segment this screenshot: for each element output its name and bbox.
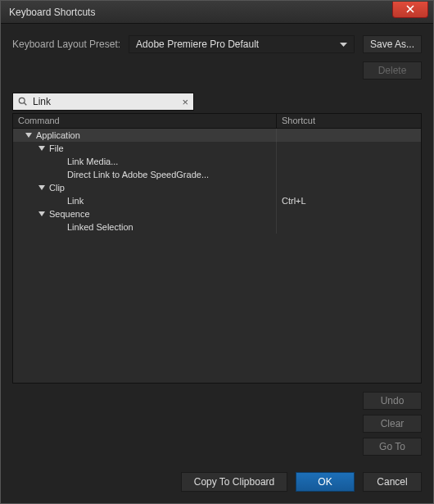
command-label: Linked Selection [67, 222, 133, 232]
shortcut-cell[interactable] [277, 168, 421, 181]
keyboard-shortcuts-dialog: Keyboard Shortcuts Keyboard Layout Prese… [0, 0, 434, 504]
command-cell: Linked Selection [13, 220, 277, 234]
table-row[interactable]: Linked Selection [13, 220, 421, 234]
table-header: Command Shortcut [13, 114, 421, 129]
clear-button[interactable]: Clear [363, 415, 422, 433]
command-label: File [49, 143, 64, 153]
clear-search-button[interactable]: × [182, 96, 188, 108]
expander-icon[interactable] [38, 184, 46, 192]
expander-icon[interactable] [25, 131, 33, 139]
command-cell: Link [13, 194, 277, 207]
header-command[interactable]: Command [13, 114, 277, 128]
command-label: Sequence [49, 209, 90, 219]
command-label: Link Media... [67, 157, 118, 166]
save-as-button[interactable]: Save As... [363, 35, 422, 53]
ok-button[interactable]: OK [296, 472, 355, 492]
command-cell: Sequence [13, 207, 277, 220]
command-cell: Clip [13, 181, 277, 194]
shortcut-cell[interactable]: Ctrl+L [277, 194, 421, 207]
side-buttons: Undo Clear Go To [12, 392, 422, 456]
preset-value: Adobe Premiere Pro Default [136, 39, 259, 50]
shortcut-cell[interactable] [277, 129, 421, 142]
preset-dropdown[interactable]: Adobe Premiere Pro Default [129, 35, 355, 53]
table-row[interactable]: LinkCtrl+L [13, 194, 421, 207]
command-cell: File [13, 142, 277, 155]
close-icon [406, 5, 414, 13]
table-row[interactable]: Application [13, 129, 421, 142]
expander-icon[interactable] [38, 144, 46, 152]
shortcut-cell[interactable] [277, 142, 421, 155]
search-icon [18, 97, 28, 107]
table-body: ApplicationFileLink Media...Direct Link … [13, 129, 421, 383]
titlebar: Keyboard Shortcuts [1, 1, 433, 24]
command-cell: Direct Link to Adobe SpeedGrade... [13, 168, 277, 181]
goto-button[interactable]: Go To [363, 438, 422, 456]
command-cell: Application [13, 129, 277, 142]
shortcuts-table: Command Shortcut ApplicationFileLink Med… [12, 113, 422, 384]
table-row[interactable]: Link Media... [13, 155, 421, 168]
table-row[interactable]: File [13, 142, 421, 155]
chevron-down-icon [340, 39, 347, 50]
command-label: Link [67, 196, 84, 206]
cancel-button[interactable]: Cancel [363, 472, 422, 492]
dialog-body: Keyboard Layout Preset: Adobe Premiere P… [1, 24, 433, 464]
delete-button[interactable]: Delete [363, 61, 422, 79]
preset-row: Keyboard Layout Preset: Adobe Premiere P… [12, 35, 422, 53]
shortcut-cell[interactable] [277, 155, 421, 168]
command-cell: Link Media... [13, 155, 277, 168]
search-input[interactable] [28, 96, 182, 107]
copy-to-clipboard-button[interactable]: Copy To Clipboard [181, 472, 287, 492]
svg-point-0 [19, 98, 25, 103]
table-row[interactable]: Direct Link to Adobe SpeedGrade... [13, 168, 421, 181]
command-label: Direct Link to Adobe SpeedGrade... [67, 170, 209, 179]
close-button[interactable] [392, 2, 428, 18]
command-label: Clip [49, 183, 65, 193]
expander-icon[interactable] [38, 210, 46, 218]
shortcut-cell[interactable] [277, 181, 421, 194]
shortcut-cell[interactable] [277, 207, 421, 220]
window-title: Keyboard Shortcuts [9, 7, 95, 18]
shortcut-cell[interactable] [277, 220, 421, 234]
table-row[interactable]: Clip [13, 181, 421, 194]
command-label: Application [36, 130, 80, 140]
table-row[interactable]: Sequence [13, 207, 421, 220]
svg-line-1 [24, 102, 26, 105]
header-shortcut[interactable]: Shortcut [277, 114, 421, 128]
delete-row: Delete [12, 61, 422, 79]
preset-label: Keyboard Layout Preset: [12, 39, 120, 50]
bottom-buttons: Copy To Clipboard OK Cancel [1, 464, 433, 503]
search-box: × [12, 93, 194, 111]
undo-button[interactable]: Undo [363, 392, 422, 410]
